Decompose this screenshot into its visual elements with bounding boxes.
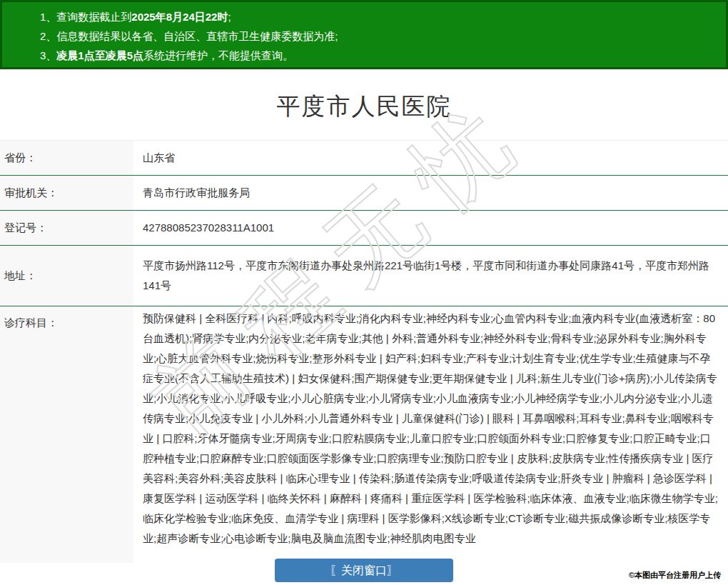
- row-label: 诊疗科目：: [0, 306, 133, 563]
- table-row-registration-number: 登记号： 42788085237028311A1001: [0, 211, 728, 246]
- page-title: 平度市人民医院: [0, 91, 728, 123]
- table-row-address: 地址： 平度市扬州路112号，平度市东阁街道办事处泉州路221号临街1号楼，平度…: [0, 246, 728, 306]
- notice-text: 查询数据截止到: [56, 11, 131, 23]
- notice-number: 3、: [40, 49, 56, 61]
- row-value: 平度市扬州路112号，平度市东阁街道办事处泉州路221号临街1号楼，平度市同和街…: [133, 246, 728, 306]
- table-row-approval-authority: 审批机关： 青岛市行政审批服务局: [0, 176, 728, 211]
- row-value: 山东省: [133, 141, 728, 175]
- notice-number: 1、: [40, 11, 56, 23]
- notice-header: 1、查询数据截止到2025年8月24日22时; 2、信息数据结果以各省、自治区、…: [0, 0, 728, 69]
- notice-text: ;: [228, 11, 231, 23]
- row-label: 登记号：: [0, 211, 133, 245]
- notice-text: 系统进行维护，不能提供查询。: [143, 49, 293, 61]
- notice-text-bold: 2025年8月24日22时: [131, 11, 228, 23]
- notice-line-1: 1、查询数据截止到2025年8月24日22时;: [40, 7, 719, 26]
- copyright-note: ©本图由平台注册用户上传: [629, 570, 721, 581]
- close-window-button[interactable]: 〖关闭窗口〗: [275, 559, 453, 582]
- row-label: 省份：: [0, 141, 133, 175]
- row-label: 地址：: [0, 246, 133, 306]
- hospital-info-table: 省份： 山东省 审批机关： 青岛市行政审批服务局 登记号： 4278808523…: [0, 140, 728, 563]
- notice-text-bold: 凌晨1点至凌晨5点: [56, 49, 143, 61]
- notice-line-2: 2、信息数据结果以各省、自治区、直辖市卫生健康委数据为准;: [40, 26, 719, 46]
- notice-line-3: 3、凌晨1点至凌晨5点系统进行维护，不能提供查询。: [40, 46, 719, 65]
- row-value: 42788085237028311A1001: [133, 211, 728, 245]
- footer-bar: 〖关闭窗口〗 ©本图由平台注册用户上传: [0, 559, 728, 585]
- table-row-medical-subjects: 诊疗科目： 预防保健科 | 全科医疗科 | 内科;呼吸内科专业;消化内科专业;神…: [0, 306, 728, 563]
- notice-number: 2、: [40, 30, 56, 42]
- row-value: 青岛市行政审批服务局: [133, 176, 728, 210]
- query-result-page: 1、查询数据截止到2025年8月24日22时; 2、信息数据结果以各省、自治区、…: [0, 0, 728, 585]
- notice-text: 信息数据结果以各省、自治区、直辖市卫生健康委数据为准;: [56, 30, 338, 42]
- row-label: 审批机关：: [0, 176, 133, 210]
- table-row-province: 省份： 山东省: [0, 141, 728, 176]
- row-value: 预防保健科 | 全科医疗科 | 内科;呼吸内科专业;消化内科专业;神经内科专业;…: [133, 306, 728, 563]
